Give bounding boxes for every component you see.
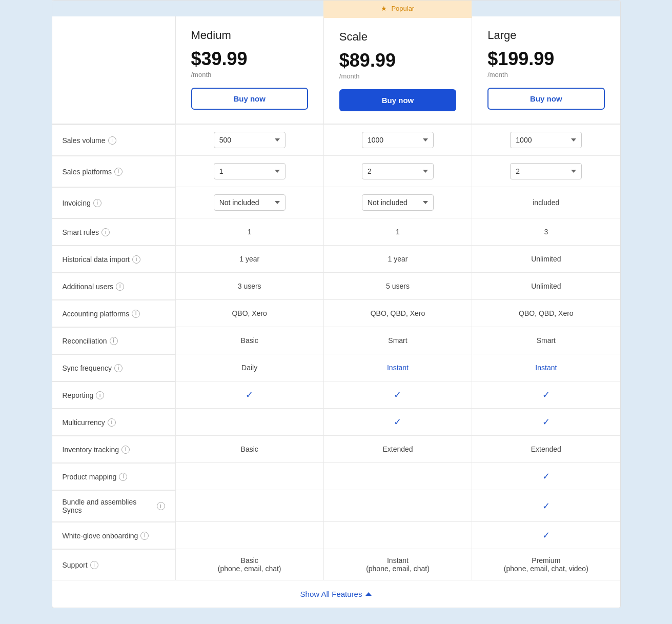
info-icon[interactable]: i bbox=[116, 283, 124, 291]
info-icon[interactable]: i bbox=[93, 199, 101, 207]
large-buy-button[interactable]: Buy now bbox=[487, 88, 604, 110]
feature-text-value: 3 users bbox=[238, 282, 261, 290]
info-icon[interactable]: i bbox=[96, 391, 104, 399]
feature-value-2-0: Not included bbox=[175, 187, 323, 218]
info-icon[interactable]: i bbox=[132, 255, 140, 264]
feature-value-2-2: included bbox=[472, 187, 620, 218]
feature-value-13-1 bbox=[323, 490, 472, 521]
check-icon: ✓ bbox=[542, 416, 550, 428]
info-icon[interactable]: i bbox=[101, 228, 110, 236]
feature-value-4-0: 1 year bbox=[175, 246, 323, 272]
dropdown-select[interactable]: Not included bbox=[214, 194, 286, 211]
feature-label-13: Bundle and assemblies Syncsi bbox=[52, 490, 175, 521]
large-plan-period: /month bbox=[487, 71, 604, 78]
info-icon[interactable]: i bbox=[119, 473, 127, 481]
dropdown-select[interactable]: 1 bbox=[214, 163, 286, 179]
dropdown-select[interactable]: 500 bbox=[214, 132, 286, 148]
feature-row: SupportiBasic (phone, email, chat)Instan… bbox=[52, 549, 620, 580]
medium-buy-button[interactable]: Buy now bbox=[191, 88, 308, 110]
banner-medium-empty bbox=[175, 1, 323, 16]
feature-value-2-1: Not included bbox=[323, 187, 472, 218]
feature-value-5-1: 5 users bbox=[323, 273, 472, 299]
feature-value-10-2: ✓ bbox=[472, 409, 620, 435]
feature-row: White-glove onboardingi✓ bbox=[52, 521, 620, 549]
chevron-down-icon bbox=[275, 138, 280, 142]
feature-label-8: Sync frequencyi bbox=[52, 354, 175, 381]
feature-value-9-0: ✓ bbox=[175, 381, 323, 408]
feature-text-value: Instant bbox=[535, 364, 557, 372]
feature-label-4: Historical data importi bbox=[52, 246, 175, 272]
feature-value-9-1: ✓ bbox=[323, 381, 472, 408]
dropdown-select[interactable]: 2 bbox=[510, 163, 582, 179]
show-all-features-button[interactable]: Show All Features bbox=[300, 590, 372, 598]
feature-text-value: 1 bbox=[248, 228, 252, 236]
feature-label-11: Inventory trackingi bbox=[52, 436, 175, 462]
info-icon[interactable]: i bbox=[90, 561, 98, 569]
info-icon[interactable]: i bbox=[132, 310, 140, 318]
show-all-features-row: Show All Features bbox=[52, 580, 620, 608]
feature-value-10-1: ✓ bbox=[323, 409, 472, 435]
feature-label-6: Accounting platformsi bbox=[52, 300, 175, 327]
feature-text-value: Daily bbox=[241, 364, 257, 372]
feature-value-9-2: ✓ bbox=[472, 381, 620, 408]
scale-buy-button[interactable]: Buy now bbox=[339, 89, 456, 111]
feature-value-8-0: Daily bbox=[175, 354, 323, 381]
feature-value-11-2: Extended bbox=[472, 436, 620, 462]
feature-text-value: 3 bbox=[544, 228, 548, 236]
feature-label-text: Reconciliation bbox=[63, 337, 107, 345]
feature-row: Product mappingi✓ bbox=[52, 462, 620, 490]
feature-row: ReconciliationiBasicSmartSmart bbox=[52, 327, 620, 354]
plan-headers: Medium $39.99 /month Buy now Scale $89.9… bbox=[52, 16, 620, 124]
dropdown-select[interactable]: 1000 bbox=[510, 132, 582, 148]
feature-value-15-2: Premium (phone, email, chat, video) bbox=[472, 549, 620, 580]
info-icon[interactable]: i bbox=[140, 532, 149, 540]
feature-label-text: Reporting bbox=[63, 391, 94, 399]
check-icon: ✓ bbox=[542, 389, 550, 400]
plan-large-header: Large $199.99 /month Buy now bbox=[472, 16, 620, 124]
info-icon[interactable]: i bbox=[110, 337, 118, 345]
info-icon[interactable]: i bbox=[114, 168, 123, 176]
feature-row: Sales volumei50010001000 bbox=[52, 124, 620, 155]
feature-value-6-1: QBO, QBD, Xero bbox=[323, 300, 472, 327]
dropdown-select[interactable]: 1000 bbox=[362, 132, 434, 148]
check-icon: ✓ bbox=[394, 389, 401, 400]
chevron-down-icon bbox=[275, 201, 280, 204]
feature-value-13-2: ✓ bbox=[472, 490, 620, 521]
feature-text-value: Instant (phone, email, chat) bbox=[366, 556, 430, 573]
feature-value-0-2: 1000 bbox=[472, 125, 620, 155]
feature-value-15-0: Basic (phone, email, chat) bbox=[175, 549, 323, 580]
feature-row: Sales platformsi122 bbox=[52, 155, 620, 187]
info-icon[interactable]: i bbox=[108, 136, 116, 145]
dropdown-select[interactable]: 2 bbox=[362, 163, 434, 179]
info-icon[interactable]: i bbox=[108, 418, 116, 427]
feature-value-5-0: 3 users bbox=[175, 273, 323, 299]
feature-row: Historical data importi1 year1 yearUnlim… bbox=[52, 245, 620, 272]
feature-value-7-2: Smart bbox=[472, 327, 620, 354]
check-icon: ✓ bbox=[542, 471, 550, 482]
feature-value-14-2: ✓ bbox=[472, 522, 620, 549]
feature-text-value: Premium (phone, email, chat, video) bbox=[504, 556, 588, 573]
dropdown-select[interactable]: Not included bbox=[362, 194, 434, 211]
feature-text-value: Basic (phone, email, chat) bbox=[218, 556, 281, 573]
info-icon[interactable]: i bbox=[121, 446, 130, 454]
large-plan-price: $199.99 bbox=[487, 48, 604, 70]
feature-label-2: Invoicingi bbox=[52, 187, 175, 218]
feature-text-value: Basic bbox=[241, 336, 258, 345]
feature-text-value: Extended bbox=[382, 445, 413, 453]
feature-row: InvoicingiNot includedNot includedinclud… bbox=[52, 187, 620, 218]
chevron-up-icon bbox=[365, 592, 372, 596]
info-icon[interactable]: i bbox=[157, 502, 165, 510]
feature-value-7-0: Basic bbox=[175, 327, 323, 354]
feature-value-0-1: 1000 bbox=[323, 125, 472, 155]
medium-plan-name: Medium bbox=[191, 29, 308, 42]
feature-label-14: White-glove onboardingi bbox=[52, 522, 175, 549]
chevron-down-icon bbox=[423, 201, 428, 204]
feature-label-text: Smart rules bbox=[63, 228, 99, 236]
medium-plan-price: $39.99 bbox=[191, 48, 308, 70]
feature-value-12-1 bbox=[323, 463, 472, 490]
info-icon[interactable]: i bbox=[114, 364, 123, 372]
scale-plan-name: Scale bbox=[339, 30, 456, 44]
large-plan-name: Large bbox=[487, 29, 604, 42]
feature-text-value: Unlimited bbox=[531, 255, 561, 263]
chevron-down-icon bbox=[571, 138, 576, 142]
